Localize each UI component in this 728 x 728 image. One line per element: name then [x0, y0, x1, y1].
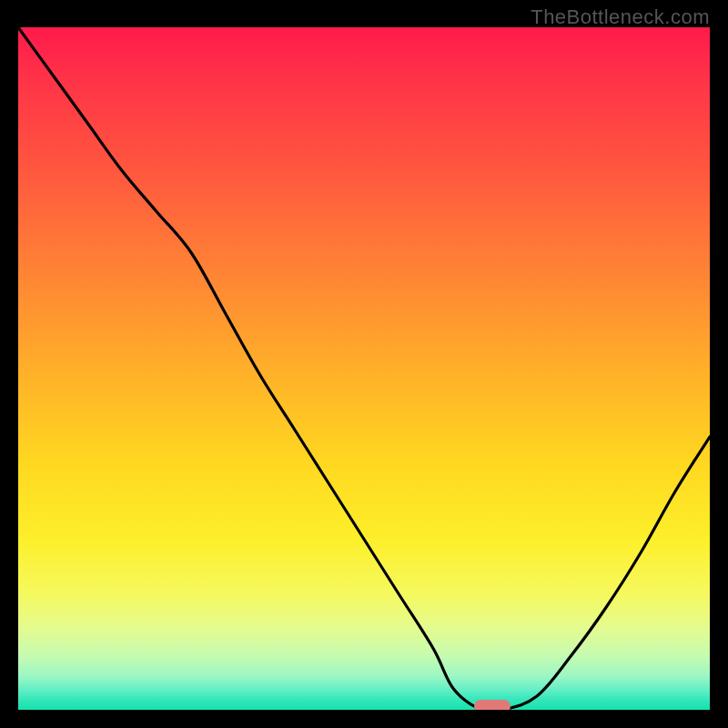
chart-frame: TheBottleneck.com [0, 0, 728, 728]
plot-area [18, 27, 710, 710]
bottleneck-curve [18, 27, 710, 710]
optimal-marker [474, 700, 511, 710]
watermark-text: TheBottleneck.com [531, 5, 710, 29]
curve-path [18, 27, 710, 710]
